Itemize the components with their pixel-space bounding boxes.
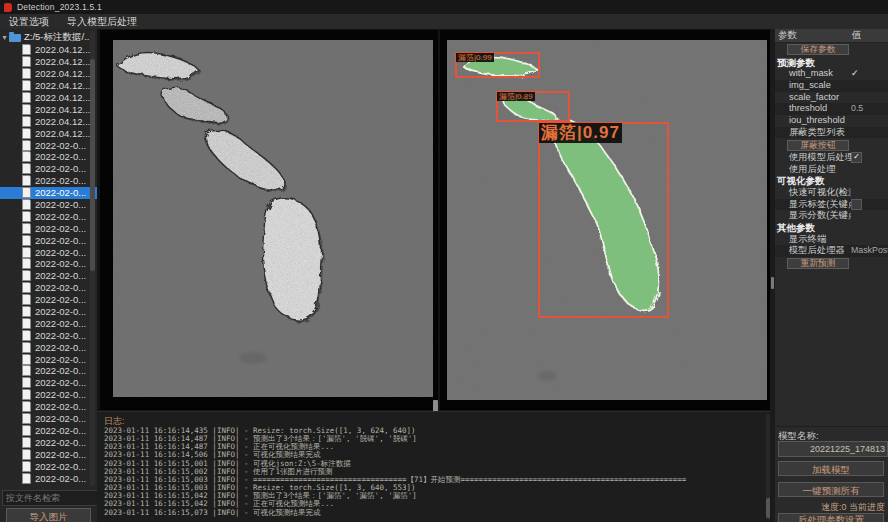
- tree-item[interactable]: 2022-02-0...: [0, 187, 97, 199]
- param-button[interactable]: 重新预测: [787, 258, 849, 269]
- tree-item[interactable]: 2022.04.12...: [0, 44, 97, 56]
- tree-item[interactable]: 2022-02-0...: [0, 365, 97, 377]
- tree-item[interactable]: 2022-02-0...: [0, 436, 97, 448]
- window-title: Detection_2023.1.5.1: [17, 2, 102, 12]
- load-model-button[interactable]: 加载模型: [778, 461, 884, 476]
- file-icon: [22, 56, 31, 67]
- tree-item[interactable]: 2022-02-0...: [0, 389, 97, 401]
- file-tree: ▾ Z:/5-标注数据/... 2022.04.12...2022.04.12.…: [0, 31, 97, 488]
- tree-item[interactable]: 2022-02-0...: [0, 234, 97, 246]
- tree-item[interactable]: 2022-02-0...: [0, 294, 97, 306]
- model-block: 模型名称: 20221225_174813 加载模型 一键预测所有 速度:0 当…: [775, 426, 888, 522]
- tree-item[interactable]: 2022-02-0...: [0, 425, 97, 437]
- tree-item[interactable]: 2022-02-0...: [0, 258, 97, 270]
- param-label: 使用后处理: [775, 164, 851, 176]
- tree-item[interactable]: 2022-02-0...: [0, 306, 97, 318]
- tree-item[interactable]: 2022.04.12...: [0, 56, 97, 68]
- tree-item[interactable]: 2022-02-0...: [0, 199, 97, 211]
- tree-item[interactable]: 2022-02-0...: [0, 472, 97, 484]
- tree-item[interactable]: 2022.04.12...: [0, 103, 97, 115]
- tree-item-label: 2022-02-0...: [35, 163, 86, 174]
- tree-item[interactable]: 2022-02-0...: [0, 151, 97, 163]
- param-row[interactable]: 使用模型后处理✓: [775, 152, 888, 164]
- param-button[interactable]: 保存参数: [787, 44, 849, 55]
- param-checkbox[interactable]: ✓: [851, 152, 862, 163]
- params-header-value: 值: [852, 29, 888, 42]
- param-button[interactable]: 屏蔽按钮: [787, 140, 849, 151]
- filename-search-input[interactable]: [2, 490, 101, 506]
- file-icon: [22, 401, 31, 412]
- tree-item[interactable]: 2022-02-0...: [0, 163, 97, 175]
- tree-item[interactable]: 2022-02-0...: [0, 210, 97, 222]
- tree-item[interactable]: 2022-02-0...: [0, 329, 97, 341]
- file-icon: [22, 365, 31, 376]
- file-icon: [22, 342, 31, 353]
- tree-item-label: 2022-02-0...: [35, 473, 86, 484]
- file-icon: [22, 199, 31, 210]
- file-icon: [22, 449, 31, 460]
- menu-bar: 设置选项导入模型后处理: [0, 14, 888, 30]
- param-row[interactable]: scale_factor: [775, 92, 888, 104]
- tree-item-label: 2022-02-0...: [35, 413, 86, 424]
- file-icon: [22, 175, 31, 186]
- param-label: scale_factor: [775, 92, 851, 104]
- import-images-button[interactable]: 导入图片: [6, 508, 91, 522]
- param-row[interactable]: with_mask✓: [775, 68, 888, 80]
- param-value: MaskPostPro: [851, 245, 888, 257]
- tree-item[interactable]: 2022-02-0...: [0, 401, 97, 413]
- param-row[interactable]: 显示终端: [775, 234, 888, 246]
- log-area: 日志: 2023-01-11 16:16:14,435 |INFO| - Res…: [97, 411, 775, 522]
- tree-item[interactable]: 2022.04.12...: [0, 68, 97, 80]
- param-button-row: 保存参数: [775, 43, 888, 57]
- tree-item[interactable]: 2022-02-0...: [0, 341, 97, 353]
- tree-item[interactable]: 2022-02-0...: [0, 448, 97, 460]
- tree-item[interactable]: 2022.04.12...: [0, 92, 97, 104]
- menu-item-1[interactable]: 导入模型后处理: [58, 15, 146, 29]
- file-icon: [22, 437, 31, 448]
- tree-item[interactable]: 2022.04.12...: [0, 115, 97, 127]
- menu-item-0[interactable]: 设置选项: [0, 15, 58, 29]
- tree-item[interactable]: 2022-02-0...: [0, 222, 97, 234]
- param-label: threshold: [775, 103, 851, 115]
- param-row[interactable]: iou_threshold: [775, 115, 888, 127]
- param-button-row: 屏蔽按钮: [775, 138, 888, 152]
- param-label: 显示终端: [775, 234, 851, 246]
- detection-label: 漏箔|0.89: [497, 92, 535, 101]
- model-name-field[interactable]: 20221225_174813: [778, 441, 888, 457]
- param-row[interactable]: 模型后处理器MaskPostPro: [775, 245, 888, 257]
- param-row[interactable]: 快速可视化(检测): [775, 187, 888, 199]
- expander-arrow-icon[interactable]: ▾: [0, 33, 9, 42]
- tree-scrollbar[interactable]: [90, 31, 95, 486]
- tree-root-folder[interactable]: ▾ Z:/5-标注数据/...: [0, 31, 97, 44]
- tree-item[interactable]: 2022-02-0...: [0, 175, 97, 187]
- param-row[interactable]: 显示分数(关键点): [775, 210, 888, 222]
- splitter-grip[interactable]: [771, 277, 774, 289]
- tree-item-label: 2022-02-0...: [35, 175, 86, 186]
- param-row[interactable]: 显示标签(关键点): [775, 199, 888, 211]
- file-icon: [22, 282, 31, 293]
- file-icon: [22, 68, 31, 79]
- app-icon: [4, 3, 12, 12]
- tree-item-label: 2022.04.12...: [35, 128, 90, 139]
- postprocess-settings-button[interactable]: 后处理参数设置: [778, 513, 884, 522]
- param-row[interactable]: 使用后处理: [775, 164, 888, 176]
- tree-scrollbar-thumb[interactable]: [90, 59, 95, 271]
- tree-item[interactable]: 2022-02-0...: [0, 282, 97, 294]
- tree-item[interactable]: 2022-02-0...: [0, 353, 97, 365]
- tree-item[interactable]: 2022-02-0...: [0, 317, 97, 329]
- tree-item[interactable]: 2022-02-0...: [0, 460, 97, 472]
- tree-item[interactable]: 2022-02-0...: [0, 246, 97, 258]
- param-row[interactable]: threshold0.5: [775, 103, 888, 115]
- file-icon: [22, 258, 31, 269]
- predict-all-button[interactable]: 一键预测所有: [778, 482, 884, 497]
- tree-item[interactable]: 2022-02-0...: [0, 270, 97, 282]
- tree-item[interactable]: 2022.04.12...: [0, 80, 97, 92]
- tree-item[interactable]: 2022-02-0...: [0, 377, 97, 389]
- param-row[interactable]: img_scale: [775, 80, 888, 92]
- tree-item[interactable]: 2022-02-0...: [0, 413, 97, 425]
- param-checkbox[interactable]: [851, 199, 862, 210]
- tree-item[interactable]: 2022-02-0...: [0, 139, 97, 151]
- tree-item[interactable]: 2022.04.12...: [0, 127, 97, 139]
- param-label: img_scale: [775, 80, 851, 92]
- param-row[interactable]: 屏蔽类型列表: [775, 127, 888, 139]
